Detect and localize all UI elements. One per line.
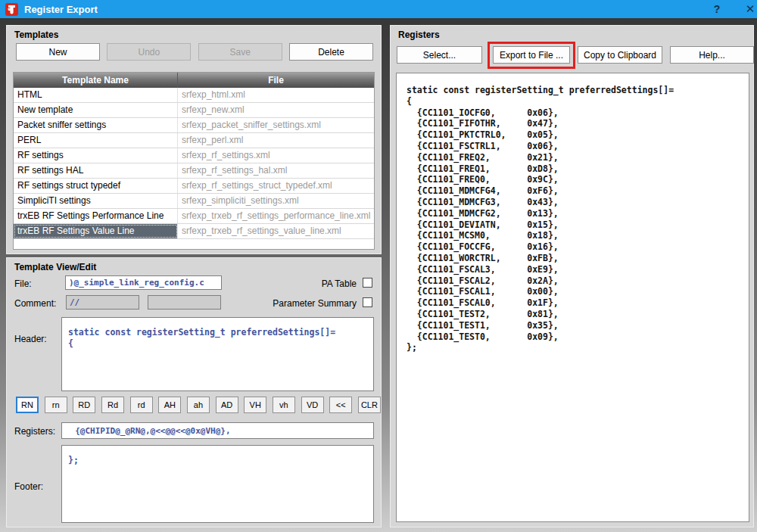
table-row[interactable]: RF settings struct typedefsrfexp_rf_sett… [14, 179, 374, 194]
token-button-vh[interactable]: VH [244, 397, 266, 413]
window-title: Register Export [24, 4, 98, 15]
templates-button-row: New Undo Save Delete [16, 43, 373, 61]
token-button-row: RNrnRDRdrdAHahADVHvhVD<<CLR [16, 397, 381, 413]
template-file-cell[interactable]: srfexp_rf_settings_hal.xml [178, 163, 374, 178]
copy-to-clipboard-button[interactable]: Copy to Clipboard [578, 46, 662, 64]
table-row[interactable]: New templatesrfexp_new.xml [14, 103, 374, 118]
template-file-cell[interactable]: srfexp_trxeb_rf_settings_value_line.xml [178, 224, 374, 238]
undo-button: Undo [107, 43, 191, 61]
token-button-rn[interactable]: rn [45, 397, 67, 413]
template-file-cell[interactable]: srfexp_rf_settings.xml [178, 148, 374, 163]
register-code-view[interactable]: static const registerSetting_t preferred… [396, 73, 749, 522]
column-header-file[interactable]: File [178, 73, 374, 88]
view-edit-panel-title: Template View/Edit [14, 262, 96, 272]
templates-panel: Templates New Undo Save Delete Template … [6, 25, 382, 254]
close-icon[interactable]: ✕ [739, 0, 757, 18]
template-name-cell[interactable]: HTML [14, 88, 178, 102]
template-name-cell[interactable]: RF settings struct typedef [14, 179, 178, 193]
table-row[interactable]: SimpliciTI settingssrfexp_simpliciti_set… [14, 194, 374, 209]
header-label: Header: [14, 334, 47, 344]
comment-input[interactable] [66, 295, 139, 310]
registers-panel: Registers Select... Export to File ... C… [390, 25, 754, 527]
table-row[interactable]: trxEB RF Settings Performance Linesrfexp… [14, 209, 374, 224]
table-row[interactable]: RF settings HALsrfexp_rf_settings_hal.xm… [14, 163, 374, 179]
template-name-cell[interactable]: PERL [14, 133, 178, 148]
save-button: Save [198, 43, 282, 61]
registers-field-label: Registers: [14, 426, 55, 437]
template-name-cell[interactable]: RF settings HAL [14, 163, 178, 178]
template-name-cell[interactable]: trxEB RF Settings Performance Line [14, 209, 178, 223]
register-code-text: static const registerSetting_t preferred… [397, 73, 749, 353]
template-file-cell[interactable]: srfexp_new.xml [178, 103, 374, 117]
template-name-cell[interactable]: Packet sniffer settings [14, 118, 178, 132]
file-input[interactable] [65, 275, 222, 290]
token-button-rd[interactable]: RD [73, 397, 95, 413]
table-row[interactable]: PERLsrfexp_perl.xml [14, 133, 374, 148]
help-titlebar-button[interactable]: ? [704, 0, 730, 18]
table-row[interactable]: HTMLsrfexp_html.xml [14, 88, 374, 103]
template-name-cell[interactable]: New template [14, 103, 178, 117]
help-button[interactable]: Help... [670, 46, 754, 64]
comment-input-2[interactable] [148, 295, 221, 310]
token-button-rd[interactable]: rd [130, 397, 153, 413]
token-button-vh[interactable]: vh [273, 397, 295, 413]
token-button-clr[interactable]: CLR [358, 397, 381, 413]
template-file-cell[interactable]: srfexp_html.xml [178, 88, 374, 102]
title-bar: Register Export ? ✕ [0, 0, 757, 18]
token-button-vd[interactable]: VD [301, 397, 324, 413]
header-text: static const registerSetting_t preferred… [62, 318, 373, 359]
token-button-rd[interactable]: Rd [101, 397, 124, 413]
delete-button[interactable]: Delete [289, 43, 373, 61]
template-view-edit-panel: Template View/Edit File: PA Table Commen… [6, 257, 382, 527]
template-table-body: HTMLsrfexp_html.xmlNew templatesrfexp_ne… [14, 88, 374, 239]
new-button[interactable]: New [16, 43, 100, 61]
template-table: Template Name File HTMLsrfexp_html.xmlNe… [13, 72, 375, 250]
file-label: File: [14, 278, 32, 289]
app-logo-icon [5, 3, 18, 16]
template-file-cell[interactable]: srfexp_trxeb_rf_settings_performance_lin… [178, 209, 374, 223]
pa-table-label: PA Table [308, 278, 357, 289]
table-row[interactable]: Packet sniffer settingssrfexp_packet_sni… [14, 118, 374, 133]
token-button-rn[interactable]: RN [16, 397, 39, 413]
template-file-cell[interactable]: srfexp_simpliciti_settings.xml [178, 194, 374, 208]
template-file-cell[interactable]: srfexp_rf_settings_struct_typedef.xml [178, 179, 374, 193]
parameter-summary-label: Parameter Summary [257, 298, 357, 309]
select-button[interactable]: Select... [397, 46, 482, 64]
template-name-cell[interactable]: RF settings [14, 148, 178, 163]
registers-panel-title: Registers [398, 30, 440, 40]
templates-panel-title: Templates [14, 30, 58, 40]
table-row[interactable]: RF settingssrfexp_rf_settings.xml [14, 148, 374, 163]
template-file-cell[interactable]: srfexp_perl.xml [178, 133, 374, 148]
token-button-ad[interactable]: AD [216, 397, 238, 413]
template-file-cell[interactable]: srfexp_packet_sniffer_settings.xml [178, 118, 374, 132]
token-button-ah[interactable]: AH [158, 397, 181, 413]
column-header-template-name[interactable]: Template Name [14, 73, 178, 88]
registers-template-input[interactable] [61, 422, 374, 439]
table-row[interactable]: trxEB RF Settings Value Linesrfexp_trxeb… [14, 224, 374, 239]
parameter-summary-checkbox[interactable] [363, 297, 372, 307]
footer-textarea[interactable]: }; [61, 445, 374, 523]
pa-table-checkbox[interactable] [363, 278, 372, 288]
token-button-[interactable]: << [329, 397, 352, 413]
export-to-file-button[interactable]: Export to File ... [493, 46, 570, 64]
template-name-cell[interactable]: SimpliciTI settings [14, 194, 178, 208]
template-table-header: Template Name File [14, 73, 374, 88]
footer-text: }; [62, 446, 373, 475]
footer-label: Footer: [14, 481, 43, 492]
comment-label: Comment: [14, 298, 56, 309]
header-textarea[interactable]: static const registerSetting_t preferred… [61, 317, 374, 391]
token-button-ah[interactable]: ah [187, 397, 210, 413]
template-name-cell[interactable]: trxEB RF Settings Value Line [14, 224, 178, 238]
